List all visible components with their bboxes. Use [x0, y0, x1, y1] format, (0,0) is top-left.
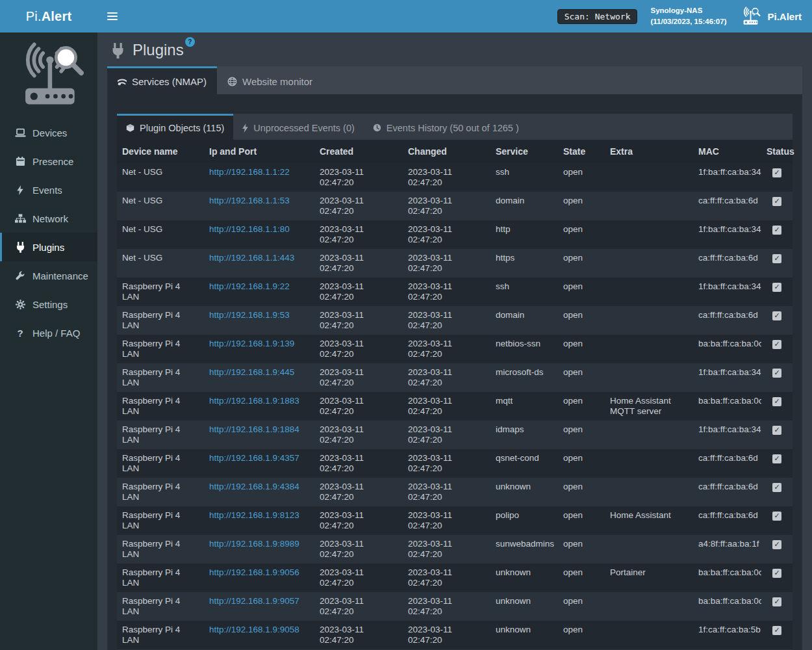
sidebar-item-events[interactable]: Events [0, 176, 97, 204]
ip-port-link[interactable]: http://192.168.1.9:4357 [209, 453, 299, 463]
brand-logo[interactable]: Pi.Alert [0, 0, 97, 32]
status-checkbox[interactable]: ✓ [772, 597, 781, 606]
created-cell: 2023-03-11 02:47:20 [314, 163, 403, 192]
ip-port-link[interactable]: http://192.168.1.9:139 [209, 339, 294, 348]
sidebar-item-settings[interactable]: Settings [0, 290, 97, 318]
sidebar-item-plugins[interactable]: Plugins [0, 233, 97, 261]
ip-port-link[interactable]: http://192.168.1.9:9058 [209, 625, 299, 634]
app-identity[interactable]: Pi.Alert [739, 6, 802, 26]
nas-info: Synology-NAS (11/03/2023, 15:46:07) [650, 5, 726, 28]
status-checkbox[interactable]: ✓ [772, 397, 781, 406]
sidebar-toggle-button[interactable] [97, 0, 127, 32]
changed-cell: 2023-03-11 02:47:20 [403, 278, 490, 306]
service-cell: unknown [490, 621, 558, 649]
tab-unprocessed-events[interactable]: Unprocessed Events (0) [233, 114, 364, 140]
col-status[interactable]: Status [761, 140, 793, 163]
table-row: Raspberry Pi 4 LANhttp://192.168.1.9:898… [117, 535, 793, 564]
ip-port-link[interactable]: http://192.168.1.1:22 [209, 167, 290, 177]
status-checkbox[interactable]: ✓ [772, 369, 781, 378]
status-checkbox[interactable]: ✓ [772, 283, 781, 292]
col-ip-port[interactable]: Ip and Port [204, 140, 314, 163]
table-row: Raspberry Pi 4 LANhttp://192.168.1.9:222… [117, 278, 793, 306]
ip-port-cell: http://192.168.1.9:1884 [204, 421, 314, 449]
created-cell: 2023-03-11 02:47:20 [314, 592, 403, 621]
mac-cell: ca:ff:ff:ca:ba:6d [693, 449, 761, 478]
changed-cell: 2023-03-11 02:47:20 [403, 506, 490, 535]
extra-cell [605, 335, 693, 363]
sidebar-item-devices[interactable]: Devices [0, 118, 97, 147]
sidebar-item-network[interactable]: Network [0, 204, 97, 233]
sidebar-item-maintenance[interactable]: Maintenance [0, 261, 97, 290]
tab-events-history[interactable]: Events History (50 out of 1265 ) [364, 114, 528, 140]
table-row: Raspberry Pi 4 LANhttp://192.168.1.9:905… [117, 564, 793, 592]
ip-port-link[interactable]: http://192.168.1.9:22 [209, 281, 290, 291]
col-service[interactable]: Service [490, 140, 558, 163]
ip-port-link[interactable]: http://192.168.1.9:9057 [209, 596, 299, 606]
status-cell: ✓ [761, 163, 793, 192]
ip-port-link[interactable]: http://192.168.1.1:80 [209, 224, 290, 234]
status-checkbox[interactable]: ✓ [772, 454, 781, 463]
ip-port-link[interactable]: http://192.168.1.9:9056 [209, 567, 299, 577]
status-checkbox[interactable]: ✓ [772, 226, 781, 235]
tab-website-monitor[interactable]: Website monitor [217, 66, 323, 94]
status-checkbox[interactable]: ✓ [772, 569, 781, 578]
table-header-row: Device name Ip and Port Created Changed … [117, 140, 793, 163]
ip-port-link[interactable]: http://192.168.1.9:8123 [209, 510, 299, 520]
table-row: Net - USGhttp://192.168.1.1:222023-03-11… [117, 163, 793, 192]
help-badge[interactable]: ? [185, 37, 195, 47]
col-device-name[interactable]: Device name [117, 140, 204, 163]
status-checkbox[interactable]: ✓ [772, 197, 781, 206]
status-checkbox[interactable]: ✓ [772, 483, 781, 492]
sidebar-item-presence[interactable]: Presence [0, 147, 97, 176]
clock-icon [373, 124, 381, 132]
sidebar-item-help[interactable]: ? Help / FAQ [0, 318, 97, 347]
status-checkbox[interactable]: ✓ [772, 168, 781, 177]
mac-cell: ba:ba:ff:ca:ba:0c [693, 335, 761, 363]
status-cell: ✓ [761, 249, 793, 278]
status-checkbox[interactable]: ✓ [772, 512, 781, 521]
col-changed[interactable]: Changed [403, 140, 490, 163]
status-checkbox[interactable]: ✓ [772, 340, 781, 349]
ip-port-cell: http://192.168.1.1:443 [204, 249, 314, 278]
device-name-cell: Raspberry Pi 4 LAN [117, 306, 204, 335]
ip-port-link[interactable]: http://192.168.1.9:1883 [209, 396, 299, 406]
service-cell: mqtt [490, 392, 558, 421]
ip-port-link[interactable]: http://192.168.1.1:443 [209, 253, 294, 263]
status-checkbox[interactable]: ✓ [772, 311, 781, 320]
ip-port-link[interactable]: http://192.168.1.9:445 [209, 367, 294, 377]
tab-services-nmap[interactable]: Services (NMAP) [107, 66, 217, 94]
col-mac[interactable]: MAC [693, 140, 761, 163]
ip-port-cell: http://192.168.1.9:9057 [204, 592, 314, 621]
status-checkbox[interactable]: ✓ [772, 540, 781, 549]
created-cell: 2023-03-11 02:47:20 [314, 220, 403, 249]
tab-plugin-objects[interactable]: Plugin Objects (115) [117, 114, 233, 140]
gear-icon [13, 300, 27, 309]
hamburger-icon [107, 12, 118, 14]
table-row: Net - USGhttp://192.168.1.1:802023-03-11… [117, 220, 793, 249]
ip-port-link[interactable]: http://192.168.1.9:8989 [209, 539, 299, 549]
created-cell: 2023-03-11 02:47:20 [314, 449, 403, 478]
device-name-cell: Net - USG [117, 249, 204, 278]
ip-port-link[interactable]: http://192.168.1.9:53 [209, 310, 290, 320]
col-created[interactable]: Created [314, 140, 403, 163]
col-extra[interactable]: Extra [605, 140, 693, 163]
plug-icon [13, 242, 27, 253]
extra-cell [605, 192, 693, 220]
status-checkbox[interactable]: ✓ [772, 626, 781, 635]
ip-port-link[interactable]: http://192.168.1.1:53 [209, 196, 290, 205]
extra-cell [605, 592, 693, 621]
device-name-cell: Raspberry Pi 4 LAN [117, 278, 204, 306]
ip-port-link[interactable]: http://192.168.1.9:4384 [209, 482, 299, 491]
service-cell: https [490, 249, 558, 278]
state-cell: open [558, 249, 605, 278]
ip-port-cell: http://192.168.1.9:139 [204, 335, 314, 363]
col-state[interactable]: State [558, 140, 605, 163]
status-checkbox[interactable]: ✓ [772, 426, 781, 435]
state-cell: open [558, 592, 605, 621]
status-checkbox[interactable]: ✓ [772, 254, 781, 263]
sidebar-logo [0, 32, 97, 113]
ip-port-link[interactable]: http://192.168.1.9:1884 [209, 424, 299, 434]
extra-cell [605, 278, 693, 306]
extra-cell: Home Assistant [605, 506, 693, 535]
changed-cell: 2023-03-11 02:47:20 [403, 363, 490, 392]
